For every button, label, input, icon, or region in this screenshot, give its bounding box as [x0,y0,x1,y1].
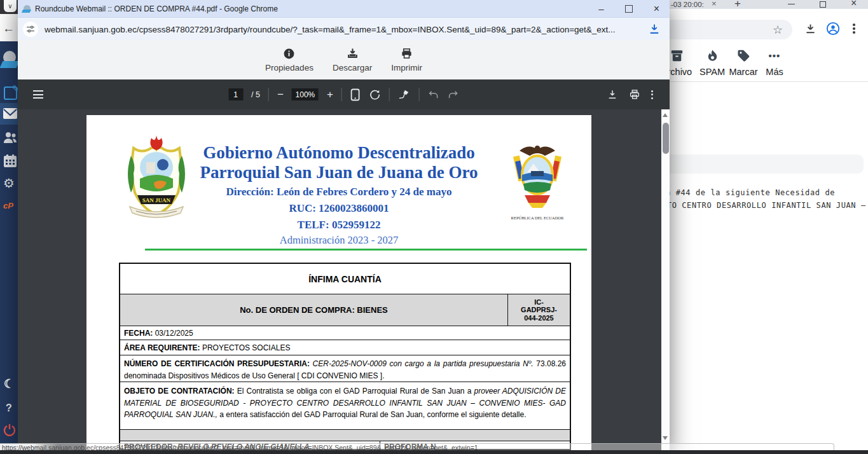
viewer-action-bar: Propiedades Descargar Imprimir [18,40,670,79]
scroll-down-icon[interactable] [663,436,668,440]
org-address: Dirección: León de Febres Cordero y 24 d… [161,185,517,199]
bg-close-button[interactable]: × [851,0,857,9]
scroll-up-icon[interactable] [663,113,668,117]
mail-envelope-icon[interactable] [3,107,18,120]
roundcube-logo-base [0,61,19,68]
area-value: PROYECTOS SOCIALES [200,343,291,352]
pdf-popup-window: Roundcube Webmail :: ORDEN DE COMPRA #44… [18,0,670,450]
pdf-scrollbar[interactable] [661,109,670,450]
zoom-out-button[interactable]: − [277,88,284,101]
properties-button[interactable]: Propiedades [265,48,313,72]
bg-message-header-panel [661,155,864,174]
zoom-in-button[interactable]: + [327,88,333,101]
popup-minimize-button[interactable]: – [598,3,603,14]
toolbar-label: SPAM [699,67,725,77]
divider [389,88,390,101]
objeto-text: a entera satisfacción del GAD Parroquial… [217,410,527,419]
calendar-icon[interactable] [3,154,17,168]
compose-icon[interactable]: ✎ [4,86,17,100]
downloads-icon[interactable] [804,22,817,36]
toolbar-item-more[interactable]: ••• Más [756,48,793,77]
toolbar-label: Marcar [729,67,757,77]
rotate-icon[interactable] [369,88,381,100]
bg-menu-kebab-icon[interactable] [853,24,855,34]
pdf-menu-kebab-icon[interactable] [651,90,653,99]
area-label: ÁREA REQUIRENTE: [124,343,200,352]
site-info-icon[interactable] [23,22,38,37]
pdf-print-icon[interactable] [629,89,640,100]
contacts-icon[interactable] [3,130,18,144]
popup-close-button[interactable]: × [654,3,659,15]
org-name-line1: Gobierno Autónomo Descentralizado [161,143,517,163]
redo-icon[interactable] [448,90,459,100]
back-button[interactable]: ← [3,22,15,36]
org-phone: TELF: 052959122 [161,218,517,232]
print-button[interactable]: Imprimir [391,48,422,72]
roundcube-favicon-base [22,10,31,13]
order-number-row: No. DE ORDEN DE COMPRA: BIENES IC- GADPR… [120,294,570,326]
download-label: Descargar [333,63,372,72]
order-code-line: 044-2025 [524,314,554,322]
flame-icon [705,48,720,63]
email-body-line: a #44 de la siguiente Necesidad de [666,188,835,197]
cert-label: NÚMERO DE CERTIFICACIÓN PRESUPUESTARIA: [124,359,310,368]
download-icon [347,48,359,60]
new-tab-button[interactable]: + [734,0,741,10]
org-ruc: RUC: 1260023860001 [161,202,517,216]
fecha-label: FECHA: [124,329,153,338]
ecuador-seal [512,142,563,213]
logout-power-icon[interactable] [3,423,16,436]
pdf-download-icon[interactable] [607,89,618,100]
help-icon[interactable]: ? [6,402,12,414]
divider [268,88,269,101]
bookmark-star-icon[interactable]: ☆ [773,23,783,37]
settings-gear-icon[interactable]: ⚙ [3,175,15,191]
download-button[interactable]: Descargar [333,48,372,72]
more-dots-icon: ••• [769,48,781,63]
org-administration: Administración 2023 - 2027 [161,233,517,247]
url-text[interactable]: webmail.sanjuan.gob.ec/cpsess8478027291/… [45,25,648,34]
bg-maximize-button[interactable] [820,1,826,8]
bottom-edge [0,450,868,454]
popup-maximize-button[interactable] [625,5,633,13]
undo-icon[interactable] [428,90,439,100]
toolbar-label: Más [766,67,783,77]
seal-caption: REPÚBLICA DEL ECUADOR [499,216,575,220]
objeto-label: OBJETO DE CONTRATACIÓN: [124,387,235,396]
zoom-level[interactable]: 100% [292,88,319,100]
divider [341,88,342,101]
bg-minimize-button[interactable] [788,4,795,4]
tab-close-icon[interactable]: × [712,0,717,8]
profile-icon[interactable] [826,22,840,36]
scrollbar-thumb[interactable] [663,123,669,154]
order-code-line: IC- [534,298,544,306]
save-page-download-icon[interactable] [648,23,661,36]
page-number-input[interactable]: 1 [228,88,243,100]
document-header: Gobierno Autónomo Descentralizado Parroq… [161,143,517,247]
popup-title-bar: Roundcube Webmail :: ORDEN DE COMPRA #44… [18,0,670,17]
dark-mode-moon-icon[interactable]: ☾ [4,376,15,391]
objeto-row: OBJETO DE CONTRATACIÓN: El Contratista s… [120,382,570,429]
table-title-row: ÍNFIMA CUANTÍA [120,264,570,294]
screen: -03 20:00: × + × ∨ ← ☆ Archivo SPAM Marc… [0,0,868,454]
bg-tab-title[interactable]: -03 20:00: [671,1,704,8]
cert-italic: CER-2025-NOV-0009 con cargo a la partida… [310,359,536,368]
chevron-down-icon[interactable]: ∨ [4,0,17,12]
tag-icon [736,48,751,63]
popup-url-bar[interactable]: webmail.sanjuan.gob.ec/cpsess8478027291/… [18,17,670,41]
email-body-line: ITO CENTRO DESARROLLO INFANTIL SAN JUAN … [662,201,866,210]
page-total: / 5 [251,90,260,99]
order-code-line: GADPRSJ- [521,306,557,314]
menu-hamburger-icon[interactable] [33,90,43,99]
print-label: Imprimir [391,63,422,72]
annotate-pen-icon[interactable] [398,88,411,100]
pdf-toolbar: 1 / 5 − 100% + [18,79,670,109]
order-table: ÍNFIMA CUANTÍA No. DE ORDEN DE COMPRA: B… [119,263,571,450]
cpanel-icon[interactable]: cP [3,201,13,210]
fit-page-icon[interactable] [350,88,361,101]
properties-label: Propiedades [265,63,313,72]
popup-window-title: Roundcube Webmail :: ORDEN DE COMPRA #44… [35,4,598,13]
print-icon [401,48,413,60]
order-label: No. DE ORDEN DE COMPRA: BIENES [120,294,507,326]
area-row: ÁREA REQUIRENTE: PROYECTOS SOCIALES [120,340,570,355]
